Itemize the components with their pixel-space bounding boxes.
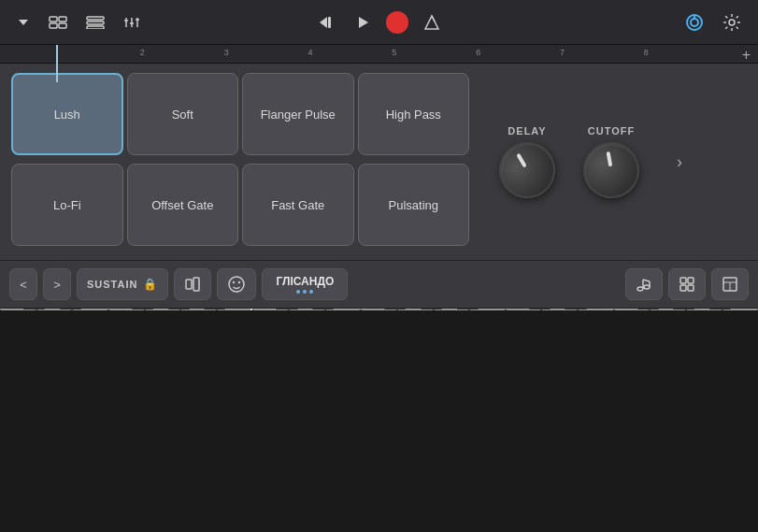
nav-prev-button[interactable]: <	[9, 268, 37, 300]
ruler-mark-6: 6	[476, 48, 480, 57]
svg-rect-5	[87, 17, 104, 20]
preset-grid: Lush Soft Flanger Pulse High Pass Lo-Fi …	[11, 73, 469, 251]
svg-point-31	[644, 285, 650, 289]
glissando-dots	[296, 290, 313, 294]
face-icon	[227, 275, 246, 294]
preset-soft[interactable]: Soft	[127, 73, 239, 155]
svg-point-28	[637, 287, 643, 291]
chord-button[interactable]	[174, 268, 211, 300]
list-icon	[86, 16, 105, 29]
rewind-button[interactable]	[313, 11, 341, 34]
glissando-button[interactable]: ГЛІСАНДО	[262, 268, 348, 300]
svg-rect-33	[680, 278, 686, 283]
svg-rect-1	[50, 17, 57, 22]
preset-lush[interactable]: Lush	[11, 73, 123, 155]
svg-rect-6	[87, 22, 104, 24]
ruler-marks: 2 3 4 5 6 7 8	[56, 45, 702, 63]
svg-rect-3	[50, 23, 57, 28]
list-view-button[interactable]	[80, 12, 110, 33]
tune-button[interactable]	[679, 9, 709, 36]
play-icon	[356, 15, 371, 30]
tracks-icon	[49, 16, 67, 29]
dropdown-icon	[17, 16, 30, 29]
svg-point-22	[729, 20, 735, 25]
svg-line-18	[432, 16, 435, 22]
svg-marker-16	[359, 17, 368, 28]
svg-point-27	[238, 281, 240, 283]
preset-pulsating[interactable]: Pulsating	[358, 164, 470, 246]
svg-rect-24	[193, 278, 199, 291]
ruler-mark-3: 3	[224, 48, 229, 57]
svg-marker-14	[320, 17, 327, 28]
knobs-area: DELAY CUTOFF ›	[480, 73, 747, 251]
record-button[interactable]	[386, 11, 408, 34]
add-track-button[interactable]: +	[742, 47, 751, 64]
dropdown-button[interactable]	[11, 12, 36, 33]
cutoff-knob-group: CUTOFF	[583, 125, 639, 198]
svg-line-30	[643, 280, 650, 281]
grid-button[interactable]	[668, 268, 706, 300]
face-button[interactable]	[217, 268, 256, 300]
preset-high-pass[interactable]: High Pass	[358, 73, 470, 155]
transport-controls	[313, 10, 446, 35]
svg-rect-2	[59, 17, 66, 22]
ruler-mark-8: 8	[644, 48, 649, 57]
dot-3	[309, 290, 313, 294]
notes-button[interactable]	[625, 268, 663, 300]
preset-flanger-pulse[interactable]: Flanger Pulse	[242, 73, 354, 155]
keyboard-area: До3 До4	[0, 309, 758, 310]
pitch-indicator-line	[250, 309, 252, 310]
svg-point-26	[233, 281, 235, 283]
preset-offset-gate[interactable]: Offset Gate	[127, 164, 239, 246]
settings-button[interactable]	[717, 9, 747, 36]
delay-label: DELAY	[508, 125, 546, 137]
settings-icon	[722, 13, 741, 32]
layout-icon	[722, 276, 738, 293]
ruler-mark-2: 2	[140, 48, 145, 57]
svg-point-20	[691, 19, 698, 26]
mixer-icon	[123, 16, 140, 29]
metronome-icon	[423, 14, 440, 31]
ruler: 2 3 4 5 6 7 8 +	[0, 45, 758, 64]
right-ctrl-buttons	[625, 268, 749, 300]
glissando-label: ГЛІСАНДО	[276, 275, 334, 288]
tune-icon	[685, 13, 704, 32]
layout-button[interactable]	[711, 268, 749, 300]
svg-marker-17	[425, 16, 438, 29]
svg-rect-23	[186, 280, 192, 289]
grid-icon	[679, 276, 695, 293]
metronome-button[interactable]	[418, 10, 446, 35]
ruler-mark-7: 7	[560, 48, 565, 57]
dot-2	[303, 290, 307, 294]
nav-next-button[interactable]: >	[43, 268, 71, 300]
sustain-button[interactable]: SUSTAIN 🔒	[77, 268, 168, 300]
svg-marker-0	[19, 20, 28, 25]
delay-knob[interactable]	[489, 132, 565, 208]
tracks-view-button[interactable]	[43, 12, 73, 33]
svg-rect-34	[688, 278, 694, 283]
notes-icon	[636, 276, 652, 293]
cutoff-knob[interactable]	[579, 137, 644, 203]
rewind-icon	[319, 15, 336, 30]
main-area: Lush Soft Flanger Pulse High Pass Lo-Fi …	[0, 64, 758, 260]
preset-lo-fi[interactable]: Lo-Fi	[11, 164, 123, 246]
ruler-mark-5: 5	[392, 48, 396, 57]
delay-knob-group: DELAY	[499, 125, 555, 198]
svg-rect-4	[59, 23, 66, 28]
toolbar-right	[679, 9, 747, 36]
lock-icon: 🔒	[143, 278, 158, 291]
svg-rect-7	[87, 26, 104, 29]
svg-rect-35	[680, 285, 686, 291]
chord-icon	[184, 276, 201, 293]
svg-point-25	[229, 277, 244, 292]
keyboard: До3 До4	[0, 309, 758, 310]
expand-chevron[interactable]: ›	[677, 152, 682, 172]
svg-rect-36	[688, 285, 694, 291]
playhead-line	[56, 45, 58, 82]
play-button[interactable]	[350, 11, 377, 34]
sustain-label: SUSTAIN	[87, 279, 137, 290]
mixer-button[interactable]	[118, 12, 146, 33]
preset-fast-gate[interactable]: Fast Gate	[242, 164, 354, 246]
controls-bar: < > SUSTAIN 🔒 ГЛІСАНДО	[0, 260, 758, 309]
toolbar	[0, 0, 758, 45]
